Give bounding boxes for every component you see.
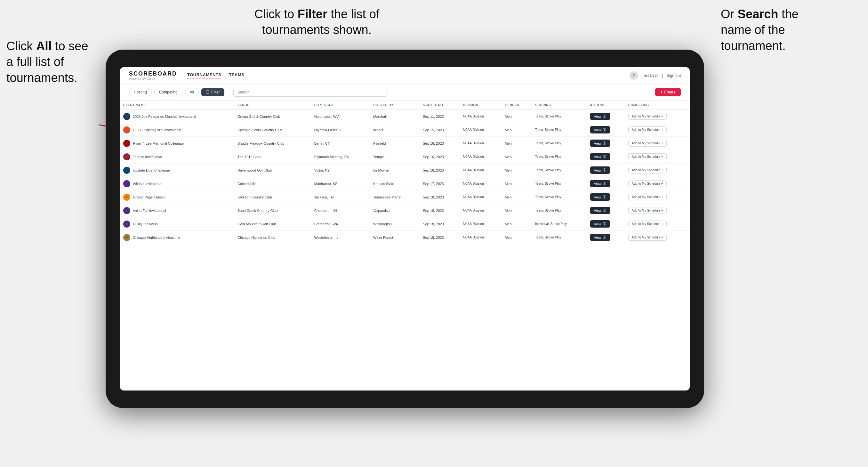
col-event-name: EVENT NAME [120, 101, 234, 110]
event-name-1: OFCC Fighting Illini Invitational [133, 128, 181, 132]
cell-date-3: Sep 16, 2023 [420, 150, 460, 163]
event-name-3: Temple Invitational [133, 155, 162, 159]
cell-city-8: Bremerton, WA [311, 217, 370, 231]
cell-actions-5: View ⓘ [587, 177, 625, 190]
cell-city-3: Plymouth Meeting, PA [311, 150, 370, 163]
tab-all[interactable]: All [185, 88, 199, 96]
cell-city-2: Berlin, CT [311, 137, 370, 150]
cell-event-name-6: T Grover Page Classic [120, 190, 234, 204]
cell-scoring-2: Team, Stroke Play [532, 137, 587, 150]
user-avatar: T [629, 71, 638, 80]
col-division: DIVISION [460, 101, 502, 110]
cell-division-6: NCAA Division I [460, 190, 502, 204]
cell-scoring-7: Team, Stroke Play [532, 204, 587, 217]
col-actions: ACTIONS [587, 101, 625, 110]
tablet-device: SCOREBOARD Powered by clippd TOURNAMENTS… [105, 50, 704, 408]
cell-date-4: Sep 16, 2023 [420, 163, 460, 177]
view-button-3[interactable]: View ⓘ [590, 153, 610, 160]
cell-gender-1: Men [501, 123, 532, 137]
table-body: M 2023 Joe Feaganes Marshall Invitationa… [120, 110, 690, 244]
cell-gender-5: Men [501, 177, 532, 190]
cell-hosted-4: Le Moyne [370, 163, 420, 177]
table-row: W Husky Individual Gold Mountain Golf Cl… [120, 217, 690, 231]
nav-teams[interactable]: TEAMS [229, 72, 244, 79]
table-header-row: EVENT NAME VENUE CITY, STATE HOSTED BY S… [120, 101, 690, 110]
add-schedule-button-7[interactable]: Add to My Schedule + [628, 207, 667, 214]
cell-date-5: Sep 17, 2023 [420, 177, 460, 190]
info-icon-3: ⓘ [603, 154, 606, 159]
cell-date-7: Sep 18, 2023 [420, 204, 460, 217]
tab-competing[interactable]: Competing [154, 88, 182, 96]
create-button[interactable]: + Create [655, 88, 681, 96]
event-name-9: Chicago Highlands Invitational [133, 236, 180, 240]
cell-venue-0: Guyan Golf & Country Club [234, 110, 311, 123]
cell-division-2: NCAA Division I [460, 137, 502, 150]
filter-button[interactable]: ☰ Filter [201, 88, 224, 96]
cell-actions-7: View ⓘ [587, 204, 625, 217]
cell-scoring-3: Team, Stroke Play [532, 150, 587, 163]
cell-division-9: NCAA Division I [460, 231, 502, 244]
team-logo-2: F [123, 140, 130, 147]
logo-area: SCOREBOARD Powered by clippd [129, 70, 177, 80]
cell-competing-6: Add to My Schedule + [625, 190, 690, 204]
view-button-8[interactable]: View ⓘ [590, 220, 610, 227]
cell-city-9: Westchester, IL [311, 231, 370, 244]
info-icon-2: ⓘ [603, 141, 606, 146]
header-right: T Test User | Sign out [629, 71, 681, 80]
cell-scoring-6: Team, Stroke Play [532, 190, 587, 204]
cell-hosted-8: Washington [370, 217, 420, 231]
nav-tournaments[interactable]: TOURNAMENTS [187, 72, 221, 79]
add-schedule-button-0[interactable]: Add to My Schedule + [628, 113, 667, 120]
view-button-5[interactable]: View ⓘ [590, 180, 610, 187]
add-schedule-button-3[interactable]: Add to My Schedule + [628, 153, 667, 160]
view-button-9[interactable]: View ⓘ [590, 234, 610, 241]
view-button-2[interactable]: View ⓘ [590, 139, 610, 147]
cell-scoring-4: Team, Stroke Play [532, 163, 587, 177]
view-button-0[interactable]: View ⓘ [590, 113, 610, 120]
view-button-6[interactable]: View ⓘ [590, 193, 610, 201]
cell-scoring-0: Team, Stroke Play [532, 110, 587, 123]
table-row: L Upstate Dual Challenge Ravenwood Golf … [120, 163, 690, 177]
cell-venue-7: Sand Creek Country Club [234, 204, 311, 217]
cell-gender-4: Men [501, 163, 532, 177]
cell-hosted-7: Valparaiso [370, 204, 420, 217]
cell-venue-6: Jackson Country Club [234, 190, 311, 204]
cell-hosted-3: Temple [370, 150, 420, 163]
annotation-search: Or Search thename of thetournament. [721, 6, 855, 54]
cell-venue-5: Colbert Hills [234, 177, 311, 190]
annotation-all: Click All to seea full list oftournament… [6, 38, 99, 86]
col-scoring: SCORING [532, 101, 587, 110]
view-button-7[interactable]: View ⓘ [590, 207, 610, 214]
cell-gender-0: Men [501, 110, 532, 123]
view-button-1[interactable]: View ⓘ [590, 126, 610, 133]
cell-venue-3: The 1912 Club [234, 150, 311, 163]
cell-hosted-1: Illinois [370, 123, 420, 137]
tab-hosting[interactable]: Hosting [129, 88, 152, 96]
cell-actions-4: View ⓘ [587, 163, 625, 177]
sign-out-link[interactable]: Sign out [667, 73, 681, 78]
cell-division-3: NCAA Division I [460, 150, 502, 163]
info-icon-0: ⓘ [603, 114, 606, 119]
add-schedule-button-4[interactable]: Add to My Schedule + [628, 167, 667, 174]
tournaments-table: EVENT NAME VENUE CITY, STATE HOSTED BY S… [120, 101, 690, 244]
cell-city-6: Jackson, TN [311, 190, 370, 204]
add-schedule-button-1[interactable]: Add to My Schedule + [628, 126, 667, 133]
cell-competing-3: Add to My Schedule + [625, 150, 690, 163]
cell-gender-7: Men [501, 204, 532, 217]
view-button-4[interactable]: View ⓘ [590, 166, 610, 174]
add-schedule-button-2[interactable]: Add to My Schedule + [628, 140, 667, 147]
add-schedule-button-8[interactable]: Add to My Schedule + [628, 221, 667, 227]
cell-date-8: Sep 18, 2023 [420, 217, 460, 231]
cell-gender-3: Men [501, 150, 532, 163]
table-row: I OFCC Fighting Illini Invitational Olym… [120, 123, 690, 137]
tablet-screen: SCOREBOARD Powered by clippd TOURNAMENTS… [120, 67, 690, 391]
search-input[interactable] [233, 88, 387, 97]
filter-label: Filter [211, 90, 220, 94]
cell-scoring-9: Team, Stroke Play [532, 231, 587, 244]
logo-title: SCOREBOARD [129, 70, 177, 77]
add-schedule-button-6[interactable]: Add to My Schedule + [628, 194, 667, 200]
cell-event-name-1: I OFCC Fighting Illini Invitational [120, 123, 234, 137]
add-schedule-button-9[interactable]: Add to My Schedule + [628, 234, 667, 241]
cell-actions-0: View ⓘ [587, 110, 625, 123]
add-schedule-button-5[interactable]: Add to My Schedule + [628, 180, 667, 187]
